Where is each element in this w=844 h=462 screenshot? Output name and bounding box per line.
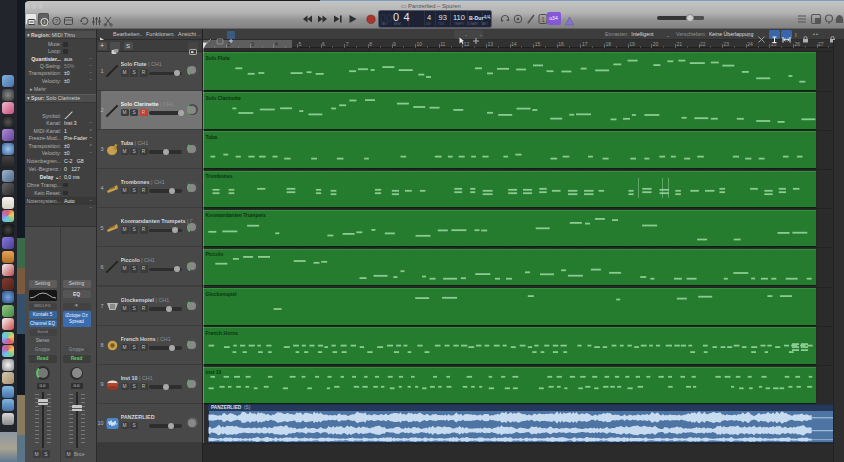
svg-text:?: ? [54,18,57,24]
svg-text:i: i [43,19,44,25]
svg-text:1: 1 [541,16,545,23]
